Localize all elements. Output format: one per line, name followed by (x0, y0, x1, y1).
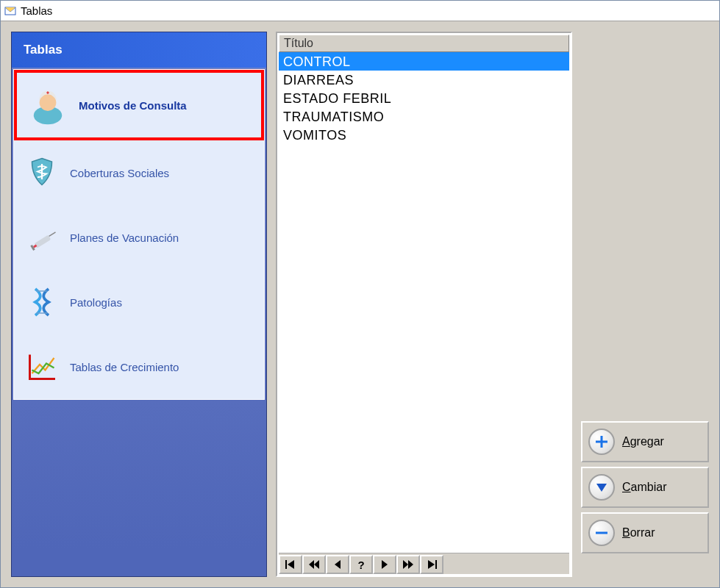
sidebar-item-label: Planes de Vacunación (70, 232, 179, 244)
nav-last-button[interactable] (420, 555, 443, 574)
sidebar-item-label: Motivos de Consulta (79, 99, 187, 112)
list-box[interactable]: CONTROL DIARREAS ESTADO FEBRIL TRAUMATIS… (279, 52, 569, 553)
svg-marker-12 (288, 560, 294, 569)
add-button[interactable]: Agregar (581, 421, 709, 462)
svg-marker-18 (408, 560, 413, 569)
window-title: Tablas (21, 4, 52, 17)
sidebar-item-patologias[interactable]: Patologías (14, 270, 264, 334)
nav-forward-icon (381, 560, 388, 569)
svg-rect-24 (596, 532, 607, 534)
nav-back-icon (334, 560, 341, 569)
list-row[interactable]: ESTADO FEBRIL (279, 89, 569, 107)
delete-button-label: Borrar (622, 526, 655, 539)
sidebar-item-tablas-crecimiento[interactable]: Tablas de Crecimiento (14, 334, 264, 399)
svg-rect-4 (47, 91, 48, 94)
nav-fast-forward-button[interactable] (396, 555, 420, 574)
list-row[interactable]: VOMITOS (279, 126, 569, 144)
svg-marker-17 (403, 560, 408, 569)
syringe-icon (21, 217, 63, 258)
svg-marker-19 (428, 560, 435, 569)
plus-icon (588, 429, 615, 455)
svg-marker-13 (309, 560, 314, 569)
nurse-icon (24, 85, 71, 126)
sidebar-item-label: Tablas de Crecimiento (70, 361, 179, 373)
svg-marker-15 (335, 560, 341, 569)
sidebar-item-planes-vacunacion[interactable]: Planes de Vacunación (14, 205, 264, 270)
svg-rect-11 (285, 560, 287, 569)
nav-back-button[interactable] (326, 555, 349, 574)
triangle-down-icon (588, 474, 615, 501)
app-window: Tablas Tablas Motivos de Consul (0, 0, 720, 588)
nav-last-icon (427, 560, 437, 569)
envelope-icon (4, 5, 16, 17)
list-row[interactable]: TRAUMATISMO (279, 107, 569, 126)
svg-rect-22 (596, 441, 607, 443)
svg-marker-14 (314, 560, 319, 569)
edit-button-label: Cambiar (622, 481, 666, 494)
growth-chart-icon (21, 346, 63, 387)
sidebar-panel: Motivos de Consulta Coberturas Sociales (13, 69, 265, 400)
dna-icon (21, 282, 63, 323)
sidebar: Tablas Motivos de Consulta (11, 32, 267, 577)
nav-forward-button[interactable] (373, 555, 396, 574)
sidebar-item-label: Coberturas Sociales (70, 167, 169, 179)
nav-query-button[interactable]: ? (349, 555, 373, 574)
delete-button[interactable]: Borrar (581, 512, 709, 553)
add-button-label: Agregar (622, 435, 664, 448)
nav-first-icon (285, 560, 296, 569)
list-row[interactable]: CONTROL (279, 52, 569, 71)
edit-button[interactable]: Cambiar (581, 467, 709, 508)
svg-rect-20 (435, 560, 437, 569)
list-row[interactable]: DIARREAS (279, 71, 569, 89)
svg-rect-7 (49, 232, 56, 237)
main-area: Título CONTROL DIARREAS ESTADO FEBRIL TR… (276, 32, 709, 577)
nav-fast-back-icon (309, 560, 319, 569)
minus-icon (588, 520, 615, 546)
shield-caduceus-icon (21, 152, 63, 193)
list-container: Título CONTROL DIARREAS ESTADO FEBRIL TR… (276, 32, 572, 577)
sidebar-item-coberturas-sociales[interactable]: Coberturas Sociales (14, 140, 264, 205)
sidebar-header: Tablas (12, 32, 266, 68)
body: Tablas Motivos de Consulta (1, 21, 719, 587)
column-header-titulo[interactable]: Título (279, 35, 569, 52)
sidebar-item-motivos-consulta[interactable]: Motivos de Consulta (14, 70, 264, 140)
svg-marker-23 (596, 484, 607, 492)
svg-marker-16 (382, 560, 388, 569)
nav-fast-back-button[interactable] (302, 555, 326, 574)
nav-fast-forward-icon (403, 560, 413, 569)
sidebar-item-label: Patologías (70, 296, 122, 309)
nav-first-button[interactable] (279, 555, 302, 574)
action-buttons: Agregar Cambiar (581, 32, 709, 577)
title-bar: Tablas (1, 1, 719, 21)
record-nav-bar: ? (279, 553, 569, 574)
